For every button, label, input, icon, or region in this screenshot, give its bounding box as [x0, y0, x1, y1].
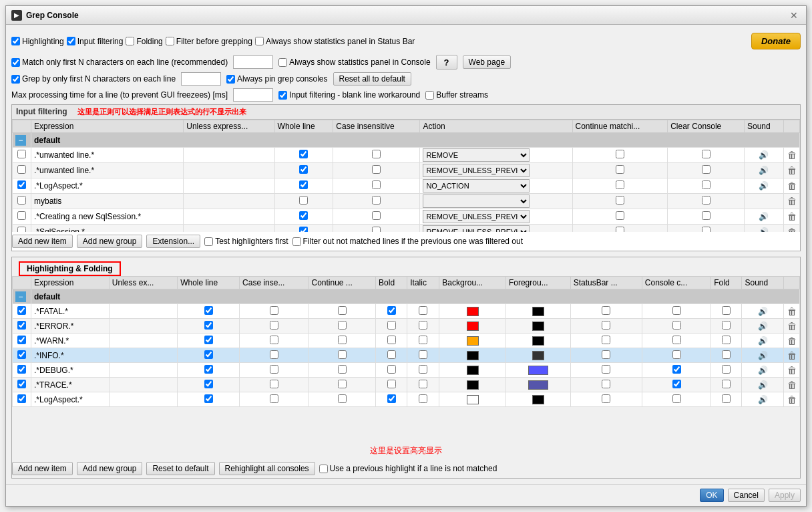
hl-row7-console[interactable] [672, 394, 681, 403]
hl-row4-whole[interactable] [204, 350, 213, 359]
hl-row1-console[interactable] [672, 306, 681, 315]
collapse-group-button[interactable]: − [15, 135, 26, 146]
row3-whole-line[interactable] [299, 180, 308, 189]
row6-checkbox[interactable] [17, 227, 26, 232]
row5-continue[interactable] [616, 211, 624, 220]
hl-row6-italic[interactable] [419, 380, 427, 388]
row1-case[interactable] [372, 150, 381, 158]
row1-action[interactable]: REMOVE [423, 148, 530, 162]
buffer-streams-checkbox[interactable] [425, 91, 434, 100]
hl-row2-whole[interactable] [204, 321, 213, 330]
hl-row7-checkbox[interactable] [17, 394, 26, 403]
row4-clear[interactable] [702, 196, 710, 205]
hl-row2-case[interactable] [270, 321, 278, 330]
hl-row4-checkbox[interactable] [17, 350, 26, 359]
hl-row4-italic[interactable] [419, 350, 427, 359]
row2-whole-line[interactable] [299, 165, 308, 174]
hl-row6-checkbox[interactable] [17, 380, 26, 388]
hl-row3-bg-color[interactable] [467, 336, 479, 346]
hl-row5-italic[interactable] [419, 365, 427, 374]
hl-row2-checkbox[interactable] [17, 321, 26, 330]
row4-action[interactable] [423, 195, 530, 208]
question-button[interactable]: ? [436, 55, 457, 70]
hl-row1-case[interactable] [270, 306, 278, 315]
row6-delete-icon[interactable]: 🗑 [787, 227, 797, 232]
hl-row6-bg-color[interactable] [467, 380, 479, 390]
hl-row1-bold[interactable] [387, 306, 396, 315]
always-pin-checkbox[interactable] [226, 75, 235, 84]
filter-not-matched-checkbox[interactable] [292, 237, 301, 246]
hl-row6-whole[interactable] [204, 380, 213, 388]
highlighting-folding-tab[interactable]: Highlighting & Folding [19, 261, 121, 276]
hl-row4-case[interactable] [270, 350, 278, 359]
hl-reset-button[interactable]: Reset to default [146, 462, 214, 475]
hl-row6-console[interactable] [672, 380, 681, 388]
donate-button[interactable]: Donate [751, 33, 801, 49]
hl-row7-fg-color[interactable] [532, 395, 544, 404]
row2-clear[interactable] [702, 165, 710, 174]
row1-checkbox[interactable] [17, 150, 26, 158]
hl-add-group-button[interactable]: Add new group [77, 462, 143, 475]
hl-row7-continue[interactable] [338, 394, 347, 403]
row2-checkbox[interactable] [17, 165, 26, 174]
grep-by-first-input[interactable]: 1000 [181, 72, 221, 86]
hl-row3-statusbar[interactable] [602, 336, 610, 344]
folding-checkbox[interactable] [126, 37, 134, 45]
hl-row3-fg-color[interactable] [532, 336, 544, 346]
hl-row5-continue[interactable] [338, 365, 347, 374]
hl-row1-checkbox[interactable] [17, 306, 26, 315]
row3-action[interactable]: NO_ACTION [423, 179, 530, 193]
folding-checkbox-label[interactable]: Folding [126, 37, 162, 46]
hl-row4-bold[interactable] [387, 350, 396, 359]
hl-row6-case[interactable] [270, 380, 278, 388]
webpage-button[interactable]: Web page [463, 55, 512, 69]
hl-row6-fold[interactable] [722, 380, 731, 388]
reset-all-button[interactable]: Reset all to default [333, 72, 411, 86]
hl-row4-continue[interactable] [338, 350, 347, 359]
hl-row7-italic[interactable] [419, 394, 427, 403]
hl-row4-delete[interactable]: 🗑 [787, 350, 797, 361]
hl-row4-fold[interactable] [722, 350, 731, 359]
row2-action[interactable]: REMOVE_UNLESS_PREVIOUSLY... [423, 164, 530, 177]
hl-row7-fold[interactable] [722, 394, 731, 403]
row5-delete-icon[interactable]: 🗑 [787, 211, 797, 222]
test-highlighters-label[interactable]: Test highlighters first [204, 237, 288, 246]
row1-continue[interactable] [616, 150, 624, 158]
row3-checkbox[interactable] [17, 180, 26, 189]
row4-delete-icon[interactable]: 🗑 [787, 196, 797, 207]
grep-by-first-label[interactable]: Grep by only first N characters on each … [11, 74, 176, 84]
apply-button[interactable]: Apply [769, 489, 801, 502]
always-show-stats-statusbar-checkbox[interactable] [255, 37, 264, 45]
hl-row3-continue[interactable] [338, 336, 347, 344]
row5-checkbox[interactable] [17, 211, 26, 220]
filter-not-matched-label[interactable]: Filter out not matched lines if the prev… [292, 237, 524, 246]
hl-rehighlight-button[interactable]: Rehighlight all consoles [219, 462, 315, 475]
row4-case[interactable] [372, 196, 381, 205]
hl-row1-statusbar[interactable] [602, 306, 610, 315]
hl-row4-bg-color[interactable] [467, 351, 479, 360]
row1-whole-line[interactable] [299, 150, 308, 158]
hl-row1-bg-color[interactable] [467, 307, 479, 316]
input-filtering-blank-checkbox[interactable] [278, 91, 287, 100]
hl-row6-delete[interactable]: 🗑 [787, 380, 797, 390]
hl-row2-bold[interactable] [387, 321, 396, 330]
ok-button[interactable]: OK [700, 489, 723, 502]
row6-action[interactable]: REMOVE_UNLESS_PREVIOUSLY... [423, 225, 530, 232]
hl-row5-bg-color[interactable] [467, 366, 479, 375]
hl-row5-bold[interactable] [387, 365, 396, 374]
hl-row3-fold[interactable] [722, 336, 731, 344]
match-only-first-checkbox[interactable] [11, 58, 20, 67]
max-processing-input[interactable]: 1000 [233, 88, 273, 102]
hl-row3-whole[interactable] [204, 336, 213, 344]
if-add-item-button[interactable]: Add new item [12, 235, 73, 248]
hl-row5-checkbox[interactable] [17, 365, 26, 374]
hl-row2-fg-color[interactable] [532, 322, 544, 331]
row5-clear[interactable] [702, 211, 710, 220]
hl-row5-fg-color[interactable] [528, 366, 548, 375]
match-only-first-label[interactable]: Match only first N characters on each li… [11, 57, 228, 67]
row6-continue[interactable] [616, 227, 624, 232]
row3-case[interactable] [372, 180, 381, 189]
if-add-group-button[interactable]: Add new group [77, 235, 143, 248]
hl-table-container[interactable]: Expression Unless ex... Whole line Case … [12, 276, 800, 442]
row1-delete-icon[interactable]: 🗑 [787, 150, 797, 160]
